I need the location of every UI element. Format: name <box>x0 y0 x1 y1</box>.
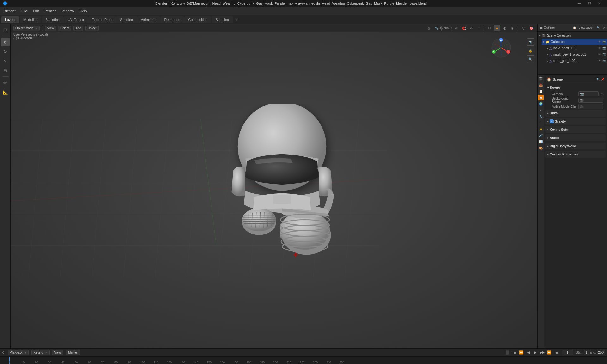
viewport-3d[interactable]: Object Mode ▼ View Select Add Object ◎ 🔧… <box>11 24 537 348</box>
modifier-properties-icon[interactable]: 🔧 <box>538 114 544 119</box>
tab-add-button[interactable]: + <box>233 16 241 23</box>
view-menu[interactable]: View <box>45 26 56 31</box>
scene-properties-icon[interactable]: 🏠 <box>538 95 544 100</box>
units-section-header[interactable]: ▸ Units <box>545 110 606 117</box>
transform-orientations-icon[interactable]: ↕ <box>475 25 482 31</box>
custom-properties-header[interactable]: ▸ Custom Properties <box>545 151 606 158</box>
keying-sets-header[interactable]: ▸ Keying Sets <box>545 126 606 133</box>
scene-collection-item[interactable]: ▾ 🎬 Scene Collection <box>538 32 607 39</box>
material-properties-icon[interactable]: 🎨 <box>538 145 544 151</box>
strap-render-icon[interactable]: 📷 <box>602 59 606 62</box>
tab-sculpting[interactable]: Sculpting <box>42 16 64 23</box>
keying-menu[interactable]: Keying ▼ <box>31 350 49 355</box>
menu-render[interactable]: Render <box>42 9 58 14</box>
camera-view-icon[interactable]: 📷 <box>527 38 534 46</box>
proportional-obj-icon[interactable]: ⊚ <box>468 25 475 31</box>
annotate-tool[interactable]: ✏ <box>1 78 10 87</box>
menu-file[interactable]: File <box>19 9 30 14</box>
gravity-checkbox[interactable] <box>550 119 554 123</box>
next-frame-button[interactable]: ▶▶ <box>539 349 545 356</box>
rigid-body-world-header[interactable]: ▸ Rigid Body World <box>545 143 606 149</box>
marker-menu[interactable]: Marker <box>66 350 80 355</box>
snapping-icon[interactable]: 🧲 <box>460 25 467 31</box>
properties-pin-icon[interactable]: 📌 <box>601 78 604 81</box>
background-scene-value[interactable]: 🎬 <box>578 98 603 103</box>
next-keyframe-button[interactable]: ⏩ <box>546 349 552 356</box>
camera-edit-icon[interactable]: ✏ <box>601 92 603 96</box>
mesh-render-icon[interactable]: 📷 <box>602 46 606 50</box>
rotate-tool[interactable]: ↻ <box>1 47 10 56</box>
proportional-editing-icon[interactable]: ◎ <box>426 25 432 31</box>
data-properties-icon[interactable]: 📊 <box>538 139 544 145</box>
move-tool[interactable]: ✥ <box>1 38 10 46</box>
gizmos-button[interactable]: 🎯 <box>528 25 535 31</box>
close-button[interactable]: ✕ <box>594 0 604 7</box>
frame-start-input[interactable]: 1 <box>584 350 589 355</box>
mask-geo-item[interactable]: ▸ △ mask_geo_1_pivot.001 👁 📷 <box>545 51 607 58</box>
overlays-button[interactable]: ⬡ <box>520 25 527 31</box>
menu-edit[interactable]: Edit <box>30 9 41 14</box>
maximize-button[interactable]: ☐ <box>584 0 594 7</box>
particle-properties-icon[interactable]: · <box>538 120 544 126</box>
gravity-section-header[interactable]: ▸ Gravity <box>545 118 606 125</box>
frame-ruler[interactable]: 1 10 20 30 40 50 60 70 80 90 100 110 120… <box>0 356 607 364</box>
view-layer-properties-icon[interactable]: 📋 <box>538 88 544 94</box>
mask-render-icon[interactable]: 📷 <box>602 53 606 56</box>
audio-section-header[interactable]: ▸ Audio <box>545 134 606 141</box>
transform-pivot-icon[interactable]: ⊙ <box>453 25 460 31</box>
physics-properties-icon[interactable]: ⚡ <box>538 126 544 132</box>
tab-modeling[interactable]: Modeling <box>20 16 41 23</box>
lock-camera-icon[interactable]: 🔒 <box>527 47 534 54</box>
mode-selector[interactable]: Object Mode ▼ <box>13 26 40 31</box>
strap-geo-item[interactable]: ▸ △ strap_geo_1.001 👁 📷 <box>545 58 607 64</box>
select-menu[interactable]: Select <box>58 26 71 31</box>
collection-item[interactable]: ▾ 📁 Collection 👁 📷 <box>542 39 607 45</box>
properties-search-icon[interactable]: 🔍 <box>596 78 600 81</box>
tab-scripting[interactable]: Scripting <box>212 16 233 23</box>
search-icon[interactable]: 🔍 <box>597 26 600 29</box>
tab-animation[interactable]: Animation <box>137 16 160 23</box>
zoom-to-fit-icon[interactable]: 🔍 <box>527 55 534 63</box>
transform-tool[interactable]: ⊞ <box>1 66 10 75</box>
view-menu-timeline[interactable]: View <box>52 350 64 355</box>
tab-texture-paint[interactable]: Texture Paint <box>88 16 116 23</box>
world-properties-icon[interactable]: 🌍 <box>538 101 544 107</box>
output-properties-icon[interactable]: 📤 <box>538 82 544 88</box>
tab-layout[interactable]: Layout <box>1 16 19 23</box>
menu-window[interactable]: Window <box>59 9 77 14</box>
play-button[interactable]: ▶ <box>532 349 538 356</box>
strap-visibility-icon[interactable]: 👁 <box>598 59 601 62</box>
constraint-properties-icon[interactable]: 🔗 <box>538 133 544 138</box>
prev-frame-button[interactable]: ◀ <box>525 349 531 356</box>
filter-icon[interactable]: ⚙ <box>603 26 605 29</box>
object-properties-icon[interactable]: ▲ <box>538 107 544 113</box>
tab-rendering[interactable]: Rendering <box>160 16 184 23</box>
tab-uv-editing[interactable]: UV Editing <box>64 16 88 23</box>
menu-help[interactable]: Help <box>77 9 89 14</box>
global-transform-icon[interactable]: Global ▼ <box>443 25 450 31</box>
tab-compositing[interactable]: Compositing <box>184 16 211 23</box>
minimize-button[interactable]: — <box>574 0 584 7</box>
scale-tool[interactable]: ⤡ <box>1 57 10 65</box>
material-preview-shading[interactable]: ◐ <box>501 25 508 31</box>
cursor-tool[interactable]: ⊕ <box>1 25 10 34</box>
render-properties-icon[interactable]: 🎬 <box>538 76 544 82</box>
mask-visibility-icon[interactable]: 👁 <box>598 53 601 56</box>
jump-end-button[interactable]: ⏭ <box>553 349 559 356</box>
mesh-visibility-icon[interactable]: 👁 <box>598 46 601 50</box>
jump-start-button[interactable]: ⏮ <box>511 349 518 356</box>
collection-visibility-icon[interactable]: 👁 <box>598 40 601 43</box>
tab-shading[interactable]: Shading <box>116 16 137 23</box>
object-menu[interactable]: Object <box>85 26 99 31</box>
playback-menu[interactable]: Playback ▼ <box>8 350 29 355</box>
frame-end-input[interactable]: 250 <box>597 350 605 355</box>
collection-render-icon[interactable]: 📷 <box>602 40 606 43</box>
axis-gizmo[interactable]: Z X Y <box>490 37 512 59</box>
snap-icon[interactable]: 🔧 <box>433 25 440 31</box>
solid-shading[interactable]: ● <box>494 25 500 31</box>
stop-button[interactable]: ⬛ <box>504 349 511 356</box>
current-frame-input[interactable]: 1 <box>562 350 573 355</box>
active-movie-clip-value[interactable]: 🎥 <box>578 104 603 109</box>
wireframe-shading[interactable]: ☐ <box>486 25 493 31</box>
prev-keyframe-button[interactable]: ⏪ <box>518 349 524 356</box>
